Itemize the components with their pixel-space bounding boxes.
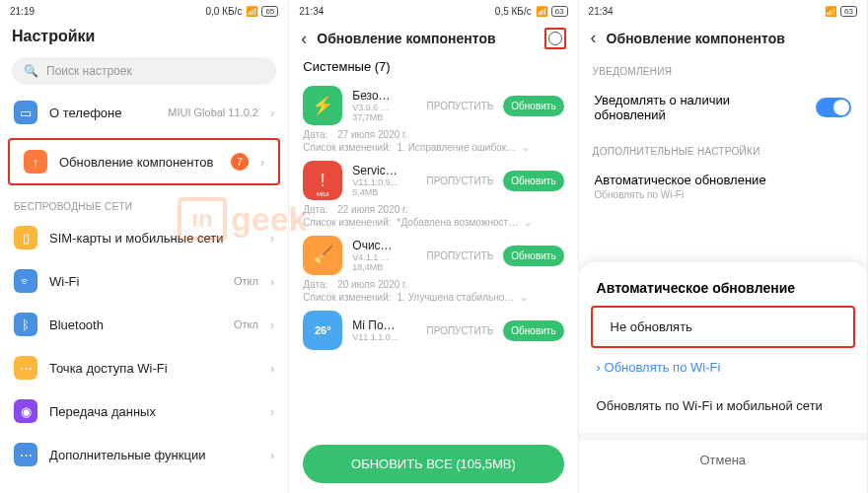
phone-icon: ▭ bbox=[14, 101, 37, 124]
status-speed: 0,5 КБ/с bbox=[495, 6, 532, 17]
data-label: Передача данных bbox=[49, 404, 258, 419]
app-changelog: 1. Улучшена стабильно… bbox=[398, 292, 515, 303]
app-size: 18,4МВ bbox=[352, 262, 416, 272]
skip-button[interactable]: ПРОПУСТИТЬ bbox=[427, 101, 494, 111]
update-all-button[interactable]: ОБНОВИТЬ ВСЕ (105,5МВ) bbox=[303, 445, 563, 483]
wifi-label: Wi-Fi bbox=[49, 274, 222, 289]
app-icon: ! bbox=[303, 161, 342, 200]
app-changelog: *Добавлена возможност… bbox=[398, 217, 519, 228]
page-title: Обновление компонентов bbox=[317, 31, 534, 46]
settings-panel: 21:19 0,0 КБ/с 📶 65 Настройки 🔍 Поиск на… bbox=[0, 0, 289, 493]
extra-section: ДОПОЛНИТЕЛЬНЫЕ НАСТРОЙКИ bbox=[579, 134, 867, 161]
app-version: V4.1.1 … bbox=[352, 252, 416, 262]
app-item: 🧹 Очис… V4.1.1 … 18,4МВ ПРОПУСТИТЬ Обнов… bbox=[289, 230, 577, 305]
wifi-row[interactable]: ᯤ Wi-Fi Откл › bbox=[0, 259, 288, 303]
sheet-title: Автоматическое обновление bbox=[579, 276, 867, 306]
option-no-update[interactable]: Не обновлять bbox=[591, 306, 855, 348]
date-label: Дата: bbox=[303, 129, 327, 140]
updates-panel: 21:34 0,5 КБ/с 📶 63 ‹ Обновление компоне… bbox=[289, 0, 578, 493]
signal-icon: 📶 bbox=[825, 6, 836, 17]
wifi-value: Откл bbox=[234, 275, 258, 287]
update-icon: ↑ bbox=[24, 150, 47, 174]
option-wifi[interactable]: › Обновлять по Wi-Fi bbox=[579, 348, 867, 387]
notifications-section: УВЕДОМЛЕНИЯ bbox=[579, 54, 867, 81]
app-item: ⚡ Безо… V3.9.6 … 37,7МВ ПРОПУСТИТЬ Обнов… bbox=[289, 80, 577, 155]
app-date: 27 июля 2020 г. bbox=[337, 129, 407, 140]
skip-button[interactable]: ПРОПУСТИТЬ bbox=[427, 176, 494, 186]
status-bar: 21:19 0,0 КБ/с 📶 65 bbox=[0, 0, 288, 22]
signal-icon: 📶 bbox=[536, 6, 547, 17]
app-icon: 🧹 bbox=[303, 236, 342, 275]
chevron-right-icon: › bbox=[270, 274, 274, 289]
header: ‹ Обновление компонентов bbox=[289, 22, 577, 55]
option-wifi-mobile[interactable]: Обновлять по Wi-Fi и мобильной сети bbox=[579, 387, 867, 425]
more-row[interactable]: ⋯ Дополнительные функции › bbox=[0, 433, 288, 476]
component-update-row[interactable]: ↑ Обновление компонентов 7 › bbox=[8, 138, 280, 185]
auto-update-row[interactable]: Автоматическое обновление Обновлять по W… bbox=[579, 161, 867, 212]
app-size: 5,4МВ bbox=[352, 187, 416, 197]
notify-updates-row[interactable]: Уведомлять о наличии обновлений bbox=[579, 81, 867, 134]
cancel-button[interactable]: Отмена bbox=[579, 433, 867, 479]
header: Настройки bbox=[0, 22, 288, 51]
update-button[interactable]: Обновить bbox=[503, 96, 563, 116]
app-version: V11.1.0.9… bbox=[352, 177, 416, 187]
wifi-icon: ᯤ bbox=[14, 269, 37, 293]
gear-icon bbox=[548, 32, 562, 45]
chevron-down-icon[interactable]: ⌄ bbox=[522, 142, 530, 153]
sim-icon: ▯ bbox=[14, 226, 37, 249]
about-phone-row[interactable]: ▭ О телефоне MIUI Global 11.0.2 › bbox=[0, 91, 288, 134]
status-time: 21:34 bbox=[299, 6, 324, 17]
hotspot-row[interactable]: ⋯ Точка доступа Wi-Fi › bbox=[0, 346, 288, 389]
app-date: 20 июля 2020 г. bbox=[337, 279, 407, 290]
battery-icon: 63 bbox=[840, 6, 857, 17]
page-title: Обновление компонентов bbox=[607, 31, 785, 46]
bt-label: Bluetooth bbox=[49, 317, 222, 332]
app-name: Mi По… bbox=[352, 318, 416, 332]
update-button[interactable]: Обновить bbox=[503, 246, 563, 266]
back-button[interactable]: ‹ bbox=[301, 29, 307, 49]
update-label: Обновление компонентов bbox=[59, 155, 219, 170]
update-button[interactable]: Обновить bbox=[503, 320, 563, 341]
app-icon: ⚡ bbox=[303, 86, 342, 125]
auto-sub: Обновлять по Wi-Fi bbox=[595, 189, 685, 200]
chevron-down-icon[interactable]: ⌄ bbox=[524, 217, 532, 228]
hotspot-icon: ⋯ bbox=[14, 356, 37, 380]
more-icon: ⋯ bbox=[14, 443, 37, 466]
app-date: 22 июля 2020 г. bbox=[337, 204, 407, 215]
settings-button[interactable] bbox=[544, 28, 566, 49]
app-version: V11.1.1.0… bbox=[352, 332, 416, 342]
system-apps-subhead: Системные (7) bbox=[289, 55, 577, 80]
update-badge: 7 bbox=[231, 153, 249, 171]
status-speed: 0,0 КБ/с bbox=[206, 6, 243, 17]
app-name: Servic… bbox=[352, 164, 416, 177]
app-item: ! Servic… V11.1.0.9… 5,4МВ ПРОПУСТИТЬ Об… bbox=[289, 155, 577, 230]
status-time: 21:34 bbox=[589, 6, 614, 17]
app-size: 37,7МВ bbox=[352, 112, 416, 122]
skip-button[interactable]: ПРОПУСТИТЬ bbox=[427, 325, 494, 336]
about-value: MIUI Global 11.0.2 bbox=[168, 106, 258, 118]
about-label: О телефоне bbox=[49, 106, 156, 120]
app-version: V3.9.6 … bbox=[352, 103, 416, 112]
chevron-right-icon: › bbox=[270, 404, 274, 419]
chevron-right-icon: › bbox=[260, 155, 264, 170]
signal-icon: 📶 bbox=[246, 6, 257, 17]
back-button[interactable]: ‹ bbox=[591, 28, 597, 48]
bluetooth-row[interactable]: ᛒ Bluetooth Откл › bbox=[0, 303, 288, 346]
chevron-right-icon: › bbox=[270, 361, 274, 376]
date-label: Дата: bbox=[303, 279, 327, 290]
auto-label: Автоматическое обновление bbox=[595, 173, 766, 187]
changelog-label: Список изменений: bbox=[303, 217, 391, 228]
app-name: Безо… bbox=[352, 89, 416, 103]
chevron-right-icon: › bbox=[597, 360, 605, 375]
page-title: Настройки bbox=[12, 28, 95, 45]
notify-toggle[interactable] bbox=[816, 98, 851, 117]
skip-button[interactable]: ПРОПУСТИТЬ bbox=[427, 250, 494, 261]
update-button[interactable]: Обновить bbox=[503, 171, 563, 191]
chevron-right-icon: › bbox=[270, 317, 274, 332]
hotspot-label: Точка доступа Wi-Fi bbox=[49, 361, 258, 376]
data-row[interactable]: ◉ Передача данных › bbox=[0, 389, 288, 433]
more-label: Дополнительные функции bbox=[49, 448, 258, 462]
chevron-down-icon[interactable]: ⌄ bbox=[520, 292, 528, 303]
search-input[interactable]: 🔍 Поиск настроек bbox=[12, 57, 276, 85]
battery-icon: 63 bbox=[551, 6, 568, 17]
